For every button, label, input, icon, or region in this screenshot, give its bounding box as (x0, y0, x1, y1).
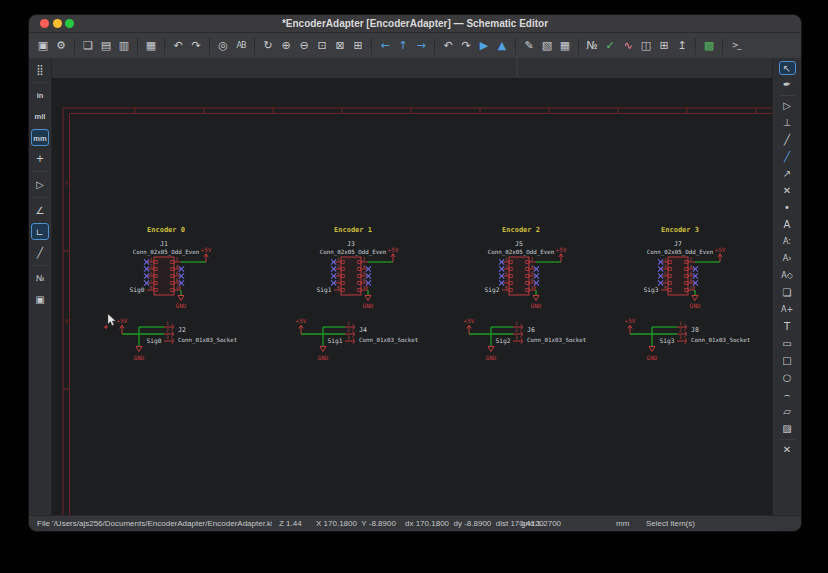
workspace: ⣿inmilmm+▷∠∟╱№▣ ABEncoder 0J1Conn_02x05_… (29, 58, 801, 516)
encoder-block-1[interactable]: Encoder 1J3Conn_02x05_Odd_Even1234567891… (296, 226, 419, 361)
console-button[interactable]: >_ (728, 38, 744, 54)
units-mm-button[interactable]: mm (31, 129, 49, 146)
mirror-horizontal-button[interactable]: ▶ (476, 38, 492, 54)
svg-text:7: 7 (150, 278, 153, 283)
schematic-setup-button[interactable]: ⚙ (53, 38, 69, 54)
encoder-block-3[interactable]: Encoder 3J7Conn_02x05_Odd_Even1234567891… (625, 226, 751, 361)
annotate-button[interactable]: № (584, 38, 600, 54)
rotate-ccw-button[interactable]: ↶ (440, 38, 456, 54)
rotate-cw-button[interactable]: ↷ (458, 38, 474, 54)
edit-library-links-button[interactable]: ▧ (539, 38, 555, 54)
svg-text:Sig3: Sig3 (660, 337, 675, 345)
zoom-objects-button[interactable]: ⊠ (332, 38, 348, 54)
cursor-shape-button[interactable]: + (31, 150, 49, 167)
add-no-connect-tool[interactable]: ✕ (779, 184, 796, 198)
wire-free-angle-button[interactable]: ∠ (31, 202, 49, 219)
assign-footprints-button[interactable]: ◫ (638, 38, 654, 54)
export-netlist-button[interactable]: ↥ (674, 38, 690, 54)
svg-text:J1: J1 (160, 240, 168, 248)
add-global-label-tool[interactable]: A› (779, 252, 796, 266)
symbol-fields-table-button[interactable]: ▦ (557, 38, 573, 54)
svg-text:GND: GND (647, 354, 658, 361)
svg-text:Encoder 1: Encoder 1 (334, 226, 372, 234)
zoom-out-button[interactable]: ⊖ (296, 38, 312, 54)
print-button[interactable]: ▤ (98, 38, 114, 54)
directive-labels-button[interactable]: ▣ (31, 291, 49, 308)
zoom-page-button[interactable]: ⊡ (314, 38, 330, 54)
pcb-editor-button[interactable]: ▩ (701, 38, 717, 54)
toolbar-separator (722, 38, 723, 55)
svg-text:3: 3 (337, 264, 340, 269)
nav-forward-button[interactable]: → (413, 38, 429, 54)
add-bus-tool[interactable]: ╱ (779, 150, 796, 164)
svg-text:2: 2 (679, 328, 682, 333)
add-sheet-pin-tool[interactable]: A+ (779, 303, 796, 317)
wire-45-button[interactable]: ╱ (31, 244, 49, 261)
edit-symbol-button[interactable]: ✎ (521, 38, 537, 54)
undo-button[interactable]: ↶ (170, 38, 186, 54)
toolbar-separator (137, 38, 138, 55)
svg-text:Conn_01x03_Socket: Conn_01x03_Socket (359, 337, 418, 344)
svg-text:+5V: +5V (296, 317, 307, 324)
svg-text:Sig1: Sig1 (317, 286, 332, 294)
add-textbox-tool[interactable]: ▭ (779, 337, 796, 351)
status-units: mm (616, 516, 629, 531)
add-wire-tool[interactable]: ╱ (779, 133, 796, 147)
add-image-tool[interactable]: ▨ (779, 422, 796, 436)
add-symbol-tool[interactable]: ▷ (779, 99, 796, 113)
svg-text:B: B (65, 318, 68, 324)
svg-text:GND: GND (176, 302, 187, 309)
svg-text:Conn_02x05_Odd_Even: Conn_02x05_Odd_Even (133, 249, 199, 256)
toolbar-separator (371, 38, 372, 55)
add-sheet-tool[interactable]: ❏ (779, 286, 796, 300)
window-title: *EncoderAdapter [EncoderAdapter] — Schem… (29, 15, 801, 32)
add-power-tool[interactable]: ⊥ (779, 116, 796, 130)
erc-button[interactable]: ✓ (602, 38, 618, 54)
add-netclass-directive-tool[interactable]: A: (779, 235, 796, 249)
nav-up-button[interactable]: ↑ (395, 38, 411, 54)
add-text-tool[interactable]: T (779, 320, 796, 334)
add-bus-entry-tool[interactable]: ↗ (779, 167, 796, 181)
encoder-block-2[interactable]: Encoder 2J5Conn_02x05_Odd_Even1234567891… (464, 226, 587, 361)
add-hierarchical-label-tool[interactable]: A◇ (779, 269, 796, 283)
wire-hv-button[interactable]: ∟ (31, 223, 49, 240)
grid-toggle-button[interactable]: ⣿ (31, 61, 49, 78)
svg-text:6: 6 (176, 271, 179, 276)
svg-text:9: 9 (505, 285, 508, 290)
encoder-block-0[interactable]: Encoder 0J1Conn_02x05_Odd_Even1234567891… (117, 226, 238, 361)
add-polygon-tool[interactable]: ▱ (779, 405, 796, 419)
select-tool[interactable]: ↖ (779, 61, 796, 75)
delete-tool[interactable]: ✕ (779, 443, 796, 457)
titlebar[interactable]: *EncoderAdapter [EncoderAdapter] — Schem… (29, 15, 801, 33)
nav-back-button[interactable]: ← (377, 38, 393, 54)
zoom-in-button[interactable]: ⊕ (278, 38, 294, 54)
simulator-button[interactable]: ∿ (620, 38, 636, 54)
find-button[interactable]: ◎ (215, 38, 231, 54)
page-settings-button[interactable]: ❏ (80, 38, 96, 54)
refresh-view-button[interactable]: ↻ (260, 38, 276, 54)
find-replace-button[interactable]: AB (233, 38, 249, 54)
schematic-canvas[interactable]: ABEncoder 0J1Conn_02x05_Odd_Even12345678… (52, 58, 772, 516)
status-cursor-position: X 170.1800 Y -8.8900 (316, 516, 396, 531)
save-button[interactable]: ▣ (35, 38, 51, 54)
bom-button[interactable]: ⊞ (656, 38, 672, 54)
plot-button[interactable]: ▥ (116, 38, 132, 54)
redo-button[interactable]: ↷ (188, 38, 204, 54)
toolbar-separator (209, 38, 210, 55)
status-file-path: File '/Users/ajs256/Documents/EncoderAda… (37, 516, 272, 531)
add-arc-tool[interactable]: ⌢ (779, 388, 796, 402)
units-inches-button[interactable]: in (31, 87, 49, 104)
svg-text:2: 2 (176, 257, 179, 262)
svg-text:+5V: +5V (117, 317, 128, 324)
hidden-fields-button[interactable]: № (31, 270, 49, 287)
zoom-selection-button[interactable]: ⊞ (350, 38, 366, 54)
add-label-tool[interactable]: A (779, 218, 796, 232)
paste-button[interactable]: ▦ (143, 38, 159, 54)
add-junction-tool[interactable]: • (779, 201, 796, 215)
units-mils-button[interactable]: mil (31, 108, 49, 125)
add-circle-tool[interactable]: ○ (779, 371, 796, 385)
mirror-vertical-button[interactable]: ▲ (494, 38, 510, 54)
highlight-net-tool[interactable]: ✒ (779, 78, 796, 92)
add-rectangle-tool[interactable]: □ (779, 354, 796, 368)
hidden-pins-button[interactable]: ▷ (31, 176, 49, 193)
